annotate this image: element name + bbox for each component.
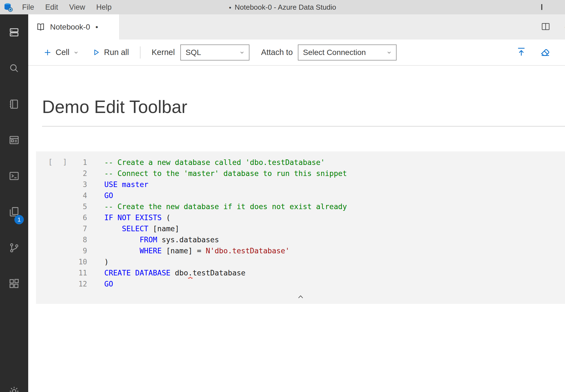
code-line[interactable]: 3USE master bbox=[36, 179, 565, 190]
code-token: GO bbox=[104, 191, 113, 200]
code-token: FROM bbox=[140, 235, 157, 244]
attach-to-dropdown[interactable]: Select Connection bbox=[298, 44, 397, 60]
code-token bbox=[104, 224, 122, 233]
sidebar-item-extensions[interactable] bbox=[0, 266, 28, 302]
menu-edit[interactable]: Edit bbox=[40, 0, 64, 14]
sidebar-item-connections[interactable] bbox=[0, 14, 28, 50]
extensions-icon bbox=[8, 278, 20, 290]
line-number: 6 bbox=[36, 212, 87, 223]
maximize-button[interactable] bbox=[541, 5, 542, 10]
source-control-branch-icon bbox=[8, 242, 20, 254]
code-token: -- Connect to the 'master' database to r… bbox=[104, 169, 347, 178]
code-token: . bbox=[188, 269, 192, 277]
window-title: ● Notebook-0 - Azure Data Studio bbox=[83, 3, 482, 12]
open-book-icon bbox=[36, 22, 45, 32]
line-number: 5 bbox=[36, 201, 87, 212]
azure-data-studio-logo-icon bbox=[3, 2, 13, 12]
code-text[interactable]: ) bbox=[87, 256, 109, 267]
code-token: sys.databases bbox=[157, 235, 219, 244]
collapse-cells-icon bbox=[516, 46, 527, 57]
code-text[interactable]: CREATE DATABASE dbo.testDatabase bbox=[87, 267, 246, 278]
chevron-down-icon bbox=[73, 49, 79, 56]
code-token: WHERE bbox=[140, 246, 162, 255]
line-number: 1 bbox=[36, 157, 87, 168]
attach-to-label: Attach to bbox=[261, 48, 293, 57]
collapse-cells-button[interactable] bbox=[516, 46, 527, 59]
sidebar-item-settings[interactable] bbox=[0, 385, 28, 392]
sidebar-item-notebooks[interactable] bbox=[0, 86, 28, 122]
eraser-icon bbox=[540, 46, 551, 57]
code-line[interactable]: 1-- Create a new database called 'dbo.te… bbox=[36, 157, 565, 168]
line-number: 7 bbox=[36, 223, 87, 234]
split-editor-icon bbox=[541, 22, 551, 31]
activity-bar: 1 bbox=[0, 14, 28, 392]
code-text[interactable]: -- Create a new database called 'dbo.tes… bbox=[87, 157, 325, 168]
code-line[interactable]: 11CREATE DATABASE dbo.testDatabase bbox=[36, 267, 565, 278]
menu-file[interactable]: File bbox=[17, 0, 40, 14]
terminal-icon bbox=[8, 170, 20, 182]
browser-window-icon bbox=[8, 134, 20, 146]
window-title-text: Notebook-0 - Azure Data Studio bbox=[235, 3, 336, 12]
line-number: 12 bbox=[36, 278, 87, 290]
sidebar-item-browser-window[interactable] bbox=[0, 122, 28, 158]
code-token: [name] = bbox=[162, 246, 206, 255]
play-icon bbox=[92, 48, 100, 57]
code-text[interactable]: USE master bbox=[87, 179, 149, 190]
collapse-cell-button[interactable] bbox=[296, 293, 306, 302]
markdown-heading[interactable]: Demo Edit Toolbar bbox=[42, 97, 187, 117]
code-cell[interactable]: [ ] 1-- Create a new database called 'db… bbox=[36, 151, 565, 304]
split-editor-button[interactable] bbox=[541, 22, 551, 33]
line-number: 2 bbox=[36, 168, 87, 179]
code-line[interactable]: 6IF NOT EXISTS ( bbox=[36, 212, 565, 223]
code-token: GO bbox=[104, 280, 113, 288]
search-icon bbox=[8, 62, 20, 74]
code-line[interactable]: 5-- Create the new database if it does n… bbox=[36, 201, 565, 212]
line-number: 11 bbox=[36, 267, 87, 278]
sidebar-item-documents[interactable]: 1 bbox=[0, 194, 28, 230]
connections-icon bbox=[8, 27, 20, 38]
code-line[interactable]: 8 FROM sys.databases bbox=[36, 234, 565, 245]
code-token: testDatabase bbox=[192, 269, 245, 277]
code-text[interactable]: SELECT [name] bbox=[87, 223, 179, 234]
sidebar-item-search[interactable] bbox=[0, 50, 28, 86]
clear-results-button[interactable] bbox=[540, 46, 551, 59]
code-text[interactable]: GO bbox=[87, 190, 113, 201]
code-token: ) bbox=[104, 257, 109, 266]
plus-icon bbox=[43, 48, 52, 57]
attach-to-value: Select Connection bbox=[303, 48, 366, 57]
kernel-value: SQL bbox=[186, 48, 201, 57]
tab-notebook-0[interactable]: Notebook-0 ● bbox=[28, 14, 119, 40]
sidebar-item-terminal[interactable] bbox=[0, 158, 28, 194]
code-line[interactable]: 9 WHERE [name] = N'dbo.testDatabase' bbox=[36, 245, 565, 256]
settings-gear-icon bbox=[8, 385, 20, 392]
code-line[interactable]: 7 SELECT [name] bbox=[36, 223, 565, 234]
code-text[interactable]: IF NOT EXISTS ( bbox=[87, 212, 170, 223]
notebook-toolbar: Cell Run all Kernel SQL Attach to Select… bbox=[28, 40, 565, 66]
code-token: dbo bbox=[170, 269, 188, 277]
add-cell-button[interactable]: Cell bbox=[43, 48, 79, 57]
notebook-editor: Demo Edit Toolbar [ ] 1-- Create a new d… bbox=[28, 66, 565, 392]
code-text[interactable]: GO bbox=[87, 278, 113, 290]
kernel-label: Kernel bbox=[152, 48, 175, 57]
badge-count: 1 bbox=[14, 215, 24, 224]
code-text[interactable]: -- Create the new database if it does no… bbox=[87, 201, 347, 212]
more-actions-icon[interactable]: ⋯ bbox=[564, 22, 565, 33]
tab-label: Notebook-0 bbox=[50, 23, 90, 31]
code-line[interactable]: 10) bbox=[36, 256, 565, 267]
code-token: -- Create a new database called 'dbo.tes… bbox=[104, 158, 325, 167]
code-text[interactable]: WHERE [name] = N'dbo.testDatabase' bbox=[87, 245, 290, 256]
code-line[interactable]: 2-- Connect to the 'master' database to … bbox=[36, 168, 565, 179]
chevron-down-icon bbox=[386, 49, 392, 56]
line-number: 4 bbox=[36, 190, 87, 201]
code-text[interactable]: -- Connect to the 'master' database to r… bbox=[87, 168, 347, 179]
kernel-dropdown[interactable]: SQL bbox=[180, 44, 249, 60]
code-text[interactable]: FROM sys.databases bbox=[87, 234, 219, 245]
run-all-button[interactable]: Run all bbox=[92, 48, 129, 57]
chevron-down-icon bbox=[239, 49, 245, 56]
add-cell-label: Cell bbox=[56, 48, 69, 57]
code-line[interactable]: 12GO bbox=[36, 278, 565, 290]
sidebar-item-source-control[interactable] bbox=[0, 230, 28, 266]
line-number: 8 bbox=[36, 234, 87, 245]
code-line[interactable]: 4GO bbox=[36, 190, 565, 201]
maximize-icon bbox=[541, 4, 542, 10]
